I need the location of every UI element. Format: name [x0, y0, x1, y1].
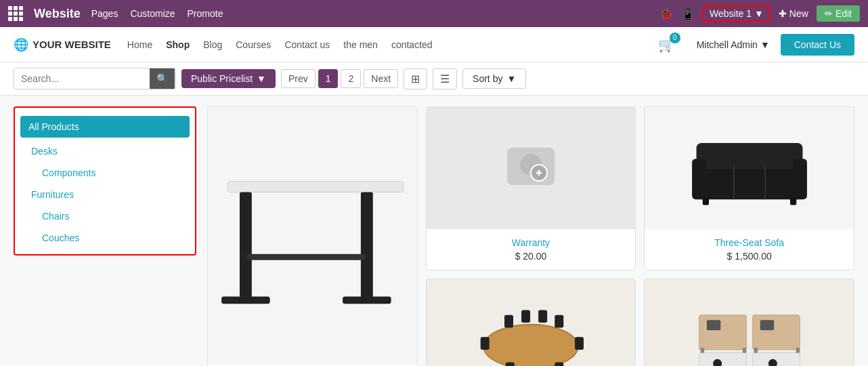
chevron-down-icon: ▼ — [760, 39, 770, 50]
product-price-sofa: $ 1,500.00 — [653, 251, 846, 262]
product-image-warranty — [427, 107, 636, 229]
top-bar-logo: Website — [34, 7, 81, 21]
product-name-sofa: Three-Seat Sofa — [653, 237, 846, 248]
edit-button[interactable]: ✏ Edit — [817, 5, 860, 22]
courses-link[interactable]: Courses — [236, 39, 271, 50]
svg-rect-12 — [696, 143, 802, 169]
svg-rect-38 — [700, 348, 704, 352]
svg-rect-34 — [707, 320, 720, 330]
search-input[interactable] — [14, 69, 150, 88]
secondary-nav: 🌐 YOUR WEBSITE Home Shop Blog Courses Co… — [0, 27, 868, 62]
list-view-button[interactable]: ☰ — [433, 68, 457, 89]
sec-nav-links: Home Shop Blog Courses Contact us the me… — [127, 39, 433, 50]
bug-icon-btn[interactable]: 🐞 — [659, 7, 673, 20]
warranty-placeholder — [427, 107, 636, 229]
page-2-button[interactable]: 2 — [341, 69, 361, 88]
svg-rect-18 — [790, 197, 796, 205]
svg-rect-41 — [796, 348, 800, 352]
globe-icon: 🌐 — [14, 37, 28, 52]
svg-rect-22 — [538, 310, 547, 323]
search-button[interactable]: 🔍 — [150, 68, 175, 89]
svg-rect-17 — [702, 197, 708, 205]
sidebar-item-furnitures[interactable]: Furnitures — [15, 184, 195, 205]
svg-rect-4 — [343, 296, 391, 304]
contact-us-link[interactable]: Contact us — [284, 39, 330, 50]
website-selector-label: Website 1 — [710, 8, 752, 19]
site-name: YOUR WEBSITE — [32, 39, 111, 50]
contact-us-button[interactable]: Contact Us — [781, 34, 854, 56]
svg-point-19 — [483, 325, 578, 366]
prev-button[interactable]: Prev — [281, 69, 316, 88]
page-1-button[interactable]: 1 — [318, 69, 339, 88]
product-card-sofa[interactable]: Three-Seat Sofa $ 1,500.00 — [644, 106, 854, 270]
promote-link[interactable]: Promote — [188, 8, 223, 19]
sortby-button[interactable]: Sort by ▼ — [462, 68, 526, 89]
top-bar-right: 🐞 📱 Website 1 ▼ ✚ New ✏ Edit — [659, 5, 860, 22]
product-card-fourdesk[interactable]: Four Person Desk $ 30,500.00 — [644, 279, 854, 366]
the-men-link[interactable]: the men — [343, 39, 378, 50]
product-card-warranty[interactable]: Warranty $ 20.00 — [426, 106, 636, 270]
product-image-fourdesk — [645, 279, 854, 366]
product-card-desk[interactable]: Customizable Desk (CONFIG) $ 750.00 — [207, 106, 418, 366]
svg-rect-31 — [752, 315, 800, 350]
chevron-down-icon: ▼ — [754, 8, 764, 19]
mobile-icon-btn[interactable]: 📱 — [681, 7, 695, 20]
site-logo[interactable]: 🌐 YOUR WEBSITE — [14, 37, 111, 52]
pagination: Prev 1 2 Next — [281, 69, 398, 88]
svg-rect-35 — [760, 320, 773, 330]
chevron-down-icon: ▼ — [257, 73, 266, 84]
plus-icon: ✚ — [779, 8, 787, 19]
svg-rect-27 — [555, 363, 563, 367]
pages-link[interactable]: Pages — [91, 8, 118, 19]
product-card-meeting[interactable]: Large Meeting Table $ 10,000.00 — [426, 279, 636, 366]
svg-rect-5 — [247, 254, 366, 260]
pricelist-button[interactable]: Public Pricelist ▼ — [181, 69, 276, 88]
admin-dropdown[interactable]: Mitchell Admin ▼ — [697, 39, 770, 50]
sidebar: All Products Desks Components Furnitures… — [14, 106, 196, 256]
svg-rect-32 — [699, 353, 746, 366]
admin-label: Mitchell Admin — [697, 39, 758, 50]
sidebar-item-all-products[interactable]: All Products — [20, 116, 190, 138]
svg-rect-14 — [793, 159, 806, 199]
pencil-icon: ✏ — [825, 8, 833, 19]
sidebar-item-chairs[interactable]: Chairs — [15, 205, 195, 227]
top-bar: Website Pages Customize Promote 🐞 📱 Webs… — [0, 0, 868, 27]
top-bar-nav: Pages Customize Promote — [91, 8, 223, 19]
svg-rect-40 — [754, 348, 758, 352]
svg-rect-29 — [575, 337, 584, 350]
toolbar: 🔍 Public Pricelist ▼ Prev 1 2 Next ⊞ ☰ S… — [0, 62, 868, 96]
svg-rect-30 — [699, 315, 746, 350]
new-label: New — [789, 8, 808, 19]
svg-rect-39 — [742, 348, 746, 352]
product-info-warranty: Warranty $ 20.00 — [427, 229, 636, 270]
svg-rect-23 — [555, 315, 563, 328]
svg-rect-13 — [692, 159, 706, 199]
blog-link[interactable]: Blog — [203, 39, 222, 50]
main-content: All Products Desks Components Furnitures… — [0, 96, 868, 366]
sidebar-item-components[interactable]: Components — [15, 162, 195, 184]
product-image-meeting — [427, 279, 636, 366]
svg-rect-20 — [504, 315, 513, 328]
svg-rect-2 — [221, 296, 270, 304]
next-button[interactable]: Next — [364, 69, 398, 88]
grid-view-button[interactable]: ⊞ — [404, 68, 427, 89]
search-box: 🔍 — [14, 68, 176, 89]
product-price-warranty: $ 20.00 — [435, 251, 628, 262]
cart-container[interactable]: 🛒 0 — [658, 37, 675, 53]
grid-icon[interactable] — [8, 6, 23, 21]
product-info-sofa: Three-Seat Sofa $ 1,500.00 — [645, 229, 854, 270]
sidebar-item-desks[interactable]: Desks — [15, 140, 195, 162]
home-link[interactable]: Home — [127, 39, 152, 50]
customize-link[interactable]: Customize — [130, 8, 175, 19]
svg-rect-11 — [696, 165, 802, 199]
new-button[interactable]: ✚ New — [779, 8, 808, 19]
edit-label: Edit — [836, 8, 852, 19]
website-selector[interactable]: Website 1 ▼ — [703, 5, 771, 22]
shop-link[interactable]: Shop — [166, 39, 190, 50]
chevron-down-icon: ▼ — [506, 73, 516, 84]
pricelist-label: Public Pricelist — [191, 73, 253, 84]
contacted-link[interactable]: contacted — [391, 39, 433, 50]
product-image-sofa — [645, 107, 854, 229]
sortby-label: Sort by — [473, 73, 502, 84]
sidebar-item-couches[interactable]: Couches — [15, 227, 195, 249]
